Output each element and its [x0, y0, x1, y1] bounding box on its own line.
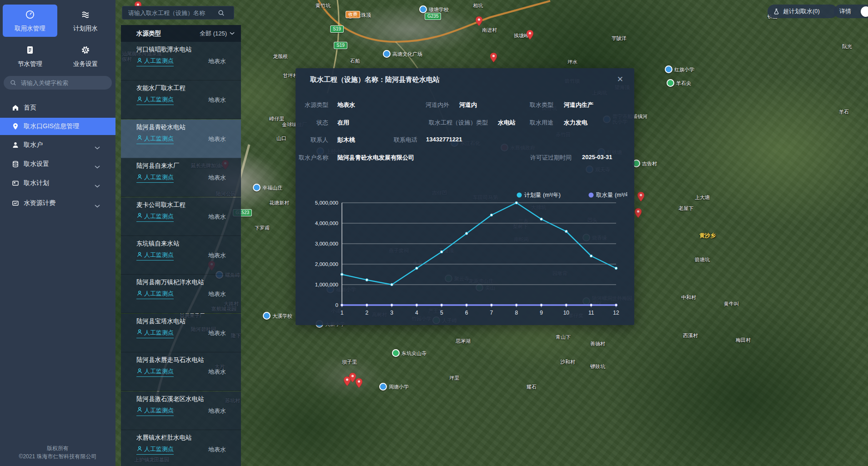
water-type-tag: 地表水 — [208, 407, 226, 415]
poi-marker-icon — [263, 312, 271, 320]
station-list-item[interactable]: 水唇镇水栏肚水电站人工监测点地表水 — [121, 430, 241, 466]
svg-text:0: 0 — [336, 302, 338, 308]
sidebar-item-4[interactable]: 取水设置 — [0, 155, 115, 173]
monitor-label: 人工监测点 — [144, 329, 174, 337]
chevron-down-icon — [95, 182, 100, 185]
map-poi-green[interactable]: 吉告村 — [632, 160, 657, 167]
station-list-item[interactable]: 麦卡公司取水工程人工监测点地表水 — [121, 197, 241, 236]
field-label: 联系人 — [300, 136, 328, 144]
manual-monitor-link[interactable]: 人工监测点 — [136, 57, 174, 66]
toggle-knob[interactable] — [861, 6, 868, 17]
app-tile-2[interactable]: 计划用水 — [58, 5, 113, 37]
poi-label: 东坑尖山寺 — [401, 351, 426, 356]
map-poi-blue[interactable]: 大溪学校 — [263, 312, 292, 320]
water-type-tag: 地表水 — [208, 368, 226, 376]
sidebar-item-3[interactable]: 取水户 — [0, 136, 115, 154]
field-value: 2025-03-31 — [582, 154, 612, 160]
map-label: 羊石 — [839, 109, 849, 115]
road-badge: S19 — [330, 25, 344, 33]
station-search[interactable] — [122, 6, 234, 20]
filter-value: 全部 (125) — [200, 30, 227, 38]
manual-monitor-link[interactable]: 人工监测点 — [136, 212, 174, 222]
sidebar-item-1[interactable]: 首页 — [0, 99, 115, 116]
sidebar-search[interactable] — [4, 76, 112, 90]
app-tile-4[interactable]: 业务设置 — [58, 40, 113, 72]
map-poi-green[interactable]: 羊石尖 — [667, 79, 691, 87]
manual-monitor-link[interactable]: 人工监测点 — [136, 290, 174, 299]
map-label: 青山下 — [556, 334, 571, 340]
manual-monitor-link[interactable]: 人工监测点 — [136, 95, 174, 105]
map-poi-blue[interactable]: 璈塘学校 — [419, 5, 449, 13]
map-poi-blue[interactable]: 高塘文化广场 — [383, 50, 422, 58]
manual-monitor-link[interactable]: 人工监测点 — [136, 173, 174, 183]
map-label: 箭塘坑 — [695, 257, 710, 262]
database-icon — [12, 160, 19, 168]
person-icon — [136, 135, 143, 142]
manual-monitor-link[interactable]: 人工监测点 — [136, 367, 174, 377]
detail-toggle[interactable]: 详情 — [834, 5, 868, 18]
sidebar-item-label: 首页 — [24, 104, 36, 112]
map-pin-red[interactable] — [635, 208, 642, 220]
field-label: 取水用途 — [505, 119, 553, 127]
map-label: 坝子里 — [342, 359, 357, 365]
close-icon[interactable]: ✕ — [615, 74, 625, 85]
map-pin-red[interactable] — [490, 53, 497, 64]
sidebar-item-2[interactable]: 取水口GIS信息管理 — [0, 118, 115, 135]
legend-item[interactable]: 计划量 (m³/年) — [517, 192, 561, 198]
station-list-item[interactable]: 陆河县自来水厂人工监测点地表水 — [121, 158, 241, 197]
manual-monitor-link[interactable]: 人工监测点 — [136, 329, 174, 338]
manual-monitor-link[interactable]: 人工监测点 — [136, 406, 174, 416]
map-label: 沙和村 — [560, 359, 575, 365]
station-list-item[interactable]: 陆河县宝塔水电站人工监测点地表水 — [121, 314, 241, 352]
manual-monitor-link[interactable]: 人工监测点 — [136, 251, 174, 261]
filter-label: 水源类型 — [136, 30, 200, 38]
map-pin-red[interactable] — [637, 192, 644, 203]
svg-text:5: 5 — [440, 310, 443, 316]
station-list-item[interactable]: 陆河县激石溪老区水电站人工监测点地表水 — [121, 391, 241, 430]
map-label: 龙颈根 — [273, 54, 288, 59]
app-tile-1[interactable]: 取用水管理 — [3, 5, 57, 37]
search-icon[interactable] — [218, 10, 225, 16]
poi-marker-icon — [379, 383, 387, 391]
map-label: 思茅湖 — [456, 338, 471, 344]
station-search-input[interactable] — [122, 10, 217, 16]
field-value: 在用 — [337, 119, 349, 127]
map-poi-blue[interactable]: 周塘小学 — [379, 383, 409, 391]
station-list-item[interactable]: 陆河县青砼水电站人工监测点地表水 — [121, 120, 241, 158]
station-list-item[interactable]: 陆河县水唇走马石水电站人工监测点地表水 — [121, 352, 241, 391]
monitor-label: 人工监测点 — [144, 251, 174, 259]
monitor-label: 人工监测点 — [144, 445, 174, 453]
over-plan-intake-button[interactable]: 超计划取水(0) — [768, 5, 838, 18]
station-list-item[interactable]: 陆河县南万镇杞洋水电站人工监测点地表水 — [121, 275, 241, 313]
legend-item[interactable]: 取水量 (m³/年) — [589, 192, 628, 198]
water-type-tag: 地表水 — [208, 329, 226, 337]
map-pin-red[interactable] — [356, 378, 362, 390]
map-pin-red[interactable] — [344, 376, 351, 388]
sidebar-search-input[interactable] — [20, 79, 104, 87]
map-pin-red[interactable] — [476, 16, 482, 28]
home-icon — [12, 104, 19, 111]
sidebar-item-5[interactable]: 取水计划 — [0, 175, 115, 192]
map-poi-blue[interactable]: 红旗小学 — [665, 65, 694, 73]
app-tile-label: 计划用水 — [58, 25, 113, 33]
map-label: 西溪村 — [683, 333, 698, 338]
app-tile-3[interactable]: 节水管理 — [3, 40, 57, 72]
map-pin-red[interactable] — [527, 30, 533, 41]
person-icon — [136, 174, 143, 181]
manual-monitor-link[interactable]: 人工监测点 — [136, 445, 174, 455]
sidebar-item-6[interactable]: 水资源计费 — [0, 195, 115, 212]
monitor-label: 人工监测点 — [144, 406, 174, 415]
map-label: 黄沙乡 — [699, 233, 716, 238]
station-list-item[interactable]: 友能水厂取水工程人工监测点地表水 — [121, 80, 241, 119]
station-list-item[interactable]: 河口镇唱歌潭水电站人工监测点地表水 — [121, 42, 241, 80]
over-plan-label: 超计划取水(0) — [783, 7, 820, 15]
poi-marker-icon — [383, 50, 391, 58]
manual-monitor-link[interactable]: 人工监测点 — [136, 135, 174, 144]
poi-label: 红旗小学 — [674, 67, 694, 72]
list-filter-header: 水源类型 全部 (125) — [121, 25, 241, 42]
station-list-item[interactable]: 东坑镇自来水站人工监测点地表水 — [121, 236, 241, 275]
map-poi-blue[interactable]: 幸福山庄 — [253, 184, 282, 191]
filter-dropdown[interactable]: 全部 (125) — [200, 30, 235, 38]
map-poi-green[interactable]: 东坑尖山寺 — [392, 349, 426, 357]
field-label: 状态 — [300, 119, 328, 127]
